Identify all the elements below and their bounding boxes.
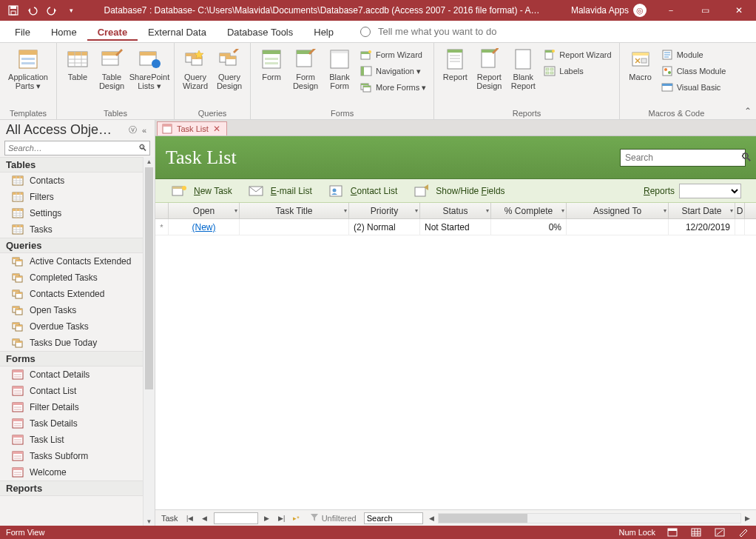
table-row[interactable]: * (New) (2) Normal Not Started 0% 12/20/… bbox=[155, 219, 756, 235]
navpane-scrollbar[interactable]: ▲ ▼ bbox=[143, 157, 155, 526]
nav-item[interactable]: Task List bbox=[0, 432, 155, 448]
redo-icon[interactable] bbox=[43, 1, 61, 19]
recnav-search[interactable] bbox=[364, 512, 423, 524]
cell-priority[interactable]: (2) Normal bbox=[349, 219, 420, 235]
scroll-up-icon[interactable]: ▲ bbox=[144, 157, 155, 166]
form-search-input[interactable] bbox=[621, 153, 740, 163]
tab-external-data[interactable]: External Data bbox=[138, 22, 217, 41]
tab-database-tools[interactable]: Database Tools bbox=[217, 22, 303, 41]
query-design-button[interactable]: Query Design bbox=[213, 44, 246, 90]
navpane-collapse-icon[interactable]: « bbox=[138, 126, 150, 135]
nav-item[interactable]: Completed Tasks bbox=[0, 270, 155, 286]
horizontal-scrollbar[interactable]: ◀ ▶ bbox=[426, 512, 753, 524]
nav-item[interactable]: Welcome bbox=[0, 464, 155, 481]
undo-icon[interactable] bbox=[24, 1, 41, 19]
cell-assigned[interactable] bbox=[567, 219, 669, 235]
close-tab-icon[interactable]: ✕ bbox=[213, 124, 220, 133]
more-forms-button[interactable]: More Forms ▾ bbox=[357, 80, 429, 95]
labels-button[interactable]: Labels bbox=[541, 64, 614, 78]
navpane-dropdown-icon[interactable]: ⓥ bbox=[126, 124, 138, 135]
class-module-button[interactable]: Class Module bbox=[658, 64, 729, 78]
col-pct-complete[interactable]: % Complete▾ bbox=[491, 203, 567, 218]
recnav-new-icon[interactable]: ▸* bbox=[291, 512, 303, 524]
table-button[interactable]: Table bbox=[61, 44, 94, 81]
table-design-button[interactable]: Table Design bbox=[95, 44, 128, 90]
col-assigned-to[interactable]: Assigned To▾ bbox=[567, 203, 669, 218]
form-wizard-button[interactable]: Form Wizard bbox=[357, 47, 429, 62]
nav-item[interactable]: Filter Details bbox=[0, 399, 155, 415]
nav-item[interactable]: Overdue Tasks bbox=[0, 318, 155, 335]
cell-start[interactable]: 12/20/2019 bbox=[669, 219, 735, 235]
nav-item[interactable]: Tasks Due Today bbox=[0, 335, 155, 351]
show-hide-fields-button[interactable]: Show/Hide Fields bbox=[414, 184, 504, 198]
recnav-next-icon[interactable]: ▶ bbox=[261, 512, 273, 524]
view-design-icon[interactable] bbox=[737, 527, 750, 538]
tab-help[interactable]: Help bbox=[303, 22, 344, 41]
hscroll-left-icon[interactable]: ◀ bbox=[426, 512, 438, 524]
close-button[interactable]: ✕ bbox=[722, 0, 756, 21]
query-wizard-button[interactable]: Query Wizard bbox=[179, 44, 212, 90]
blank-form-button[interactable]: Blank Form bbox=[323, 44, 356, 90]
sharepoint-lists-button[interactable]: SharePoint Lists ▾ bbox=[129, 44, 169, 90]
reports-select[interactable] bbox=[679, 184, 741, 198]
nav-item[interactable]: Contact Details bbox=[0, 366, 155, 383]
form-design-button[interactable]: Form Design bbox=[289, 44, 322, 90]
new-record-icon[interactable]: * bbox=[155, 219, 169, 235]
col-task-title[interactable]: Task Title▾ bbox=[240, 203, 349, 218]
search-icon[interactable]: 🔍︎ bbox=[136, 143, 149, 153]
cell-pct[interactable]: 0% bbox=[491, 219, 567, 235]
cell-d[interactable] bbox=[735, 219, 745, 235]
nav-item[interactable]: Filters bbox=[0, 189, 155, 205]
qat-customize-icon[interactable]: ▾ bbox=[62, 1, 80, 19]
nav-item[interactable]: Contacts Extended bbox=[0, 286, 155, 302]
nav-section-forms[interactable]: Forms⌃ bbox=[0, 351, 155, 366]
collapse-ribbon-icon[interactable]: ⌃ bbox=[744, 106, 752, 116]
recnav-first-icon[interactable]: |◀ bbox=[184, 512, 196, 524]
cell-title[interactable] bbox=[240, 219, 349, 235]
report-wizard-button[interactable]: Report Wizard bbox=[541, 47, 614, 62]
nav-item[interactable]: Tasks bbox=[0, 221, 155, 238]
maximize-button[interactable]: ▭ bbox=[688, 0, 722, 21]
email-list-button[interactable]: E-mail List bbox=[249, 185, 312, 197]
tab-file[interactable]: File bbox=[4, 22, 41, 41]
col-priority[interactable]: Priority▾ bbox=[349, 203, 420, 218]
nav-item[interactable]: Active Contacts Extended bbox=[0, 253, 155, 270]
row-selector-header[interactable] bbox=[155, 203, 169, 218]
navpane-header[interactable]: All Access Obje… ⓥ « bbox=[0, 120, 155, 139]
nav-item[interactable]: Settings bbox=[0, 205, 155, 221]
doctab-task-list[interactable]: Task List ✕ bbox=[157, 121, 227, 135]
tell-me[interactable]: Tell me what you want to do bbox=[360, 26, 756, 37]
scroll-down-icon[interactable]: ▼ bbox=[144, 517, 155, 526]
nav-item[interactable]: Open Tasks bbox=[0, 302, 155, 318]
view-form-icon[interactable] bbox=[666, 527, 679, 538]
application-parts-button[interactable]: Application Parts ▾ bbox=[4, 44, 52, 90]
col-open[interactable]: Open▾ bbox=[169, 203, 240, 218]
col-start-date[interactable]: Start Date▾ bbox=[669, 203, 735, 218]
nav-item[interactable]: Task Details bbox=[0, 415, 155, 432]
nav-section-queries[interactable]: Queries⌃ bbox=[0, 238, 155, 253]
nav-section-reports[interactable]: Reports⌃ bbox=[0, 481, 155, 496]
tab-home[interactable]: Home bbox=[41, 22, 87, 41]
macro-button[interactable]: Macro bbox=[624, 44, 657, 81]
view-layout-icon[interactable] bbox=[713, 527, 726, 538]
scroll-thumb[interactable] bbox=[145, 167, 153, 389]
nav-item[interactable]: Contacts bbox=[0, 173, 155, 189]
blank-report-button[interactable]: Blank Report bbox=[507, 44, 539, 90]
view-datasheet-icon[interactable] bbox=[689, 527, 703, 538]
report-design-button[interactable]: Report Design bbox=[473, 44, 505, 90]
cell-status[interactable]: Not Started bbox=[420, 219, 491, 235]
nav-section-tables[interactable]: Tables⌃ bbox=[0, 157, 155, 173]
col-status[interactable]: Status▾ bbox=[420, 203, 491, 218]
recnav-position[interactable] bbox=[214, 512, 258, 524]
minimize-button[interactable]: － bbox=[654, 0, 688, 21]
navpane-search-input[interactable] bbox=[5, 144, 136, 153]
contact-list-button[interactable]: Contact List bbox=[328, 184, 397, 198]
form-button[interactable]: Form bbox=[255, 44, 288, 81]
col-d[interactable]: D bbox=[735, 203, 745, 218]
hscroll-right-icon[interactable]: ▶ bbox=[741, 512, 753, 524]
cell-open[interactable]: (New) bbox=[169, 219, 240, 235]
save-icon[interactable] bbox=[4, 1, 22, 19]
recnav-prev-icon[interactable]: ◀ bbox=[199, 512, 211, 524]
module-button[interactable]: Module bbox=[658, 47, 729, 62]
recnav-filter[interactable]: Unfiltered bbox=[306, 513, 361, 523]
